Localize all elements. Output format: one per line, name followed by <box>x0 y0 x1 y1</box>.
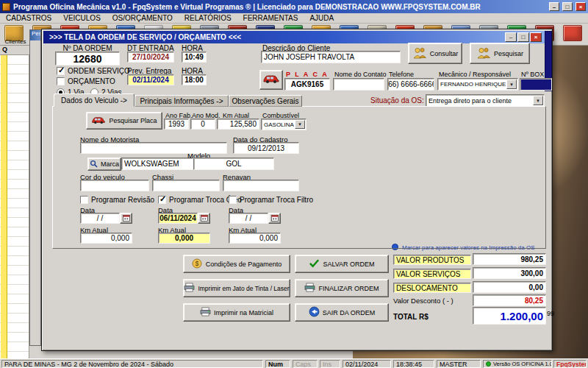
salvar-ordem-button[interactable]: SALVAR ORDEM <box>295 255 389 273</box>
km-atual-field[interactable]: 125,580 <box>217 118 259 130</box>
marca-button-label: Marca <box>101 160 119 168</box>
prog-revisao-checkbox-box[interactable] <box>80 196 88 204</box>
deslocamento-label: DESLOCAMENTO <box>393 283 471 293</box>
valor-servicos-label: VALOR SERVIÇOS <box>393 269 471 279</box>
desconto-label: Valor Desconto ( - ) <box>393 297 453 305</box>
prev-entrega-field[interactable]: 02/11/2024 <box>127 74 174 85</box>
marca-field[interactable]: WOLKSWAGEM <box>121 158 193 170</box>
close-button[interactable]: × <box>576 2 586 11</box>
imprimir-jato-label: Imprimir em Jato de Tinta / Laser <box>198 285 289 292</box>
checkbox-ordem-servico[interactable]: ORDEM SERVIÇO <box>57 67 130 75</box>
calendar-button-filtro[interactable] <box>268 213 281 224</box>
checkbox-orcamento[interactable]: ORÇAMENTO <box>57 77 115 85</box>
box-field[interactable] <box>520 78 552 91</box>
telefone-field[interactable]: (66) 6666-6666 <box>387 78 434 91</box>
menu-veiculos[interactable]: VEICULOS <box>57 14 107 22</box>
menu-ferramentas[interactable]: FERRAMENTAS <box>237 14 304 22</box>
situacao-label: Situação da OS: <box>370 96 424 105</box>
status-version: Versão OS OFICINA 1.0 <box>483 360 552 368</box>
pesquisar-placa-button[interactable]: Pesquisar Placa <box>86 112 162 130</box>
check-icon <box>309 258 320 269</box>
consultar-button[interactable]: Consultar <box>408 43 462 64</box>
statusbar: PARA DE MINAS - MG 2 de Novembro de 2024… <box>0 358 588 368</box>
car-button[interactable] <box>259 70 283 90</box>
telefone-label: Telefone <box>389 71 414 78</box>
imprimir-jato-button[interactable]: Imprimir em Jato de Tinta / Laser <box>183 279 290 297</box>
menu-ajuda[interactable]: AJUDA <box>304 14 340 22</box>
calendar-button-revisao[interactable] <box>120 213 132 224</box>
chevron-down-icon[interactable]: ▼ <box>506 79 517 89</box>
data-oleo-field[interactable]: 06/11/2024 <box>158 213 198 224</box>
dt-entrada-field[interactable]: 27/10/2024 <box>127 52 174 63</box>
finalizar-ordem-button[interactable]: FINALIZAR ORDEM <box>295 279 389 297</box>
menu-cadastros[interactable]: CADASTROS <box>0 14 57 22</box>
grid-header-cell: Q <box>0 46 29 55</box>
desconto-value[interactable]: 80,25 <box>473 294 546 306</box>
tab-principais-informacoes[interactable]: Principais Informações -> <box>135 95 229 107</box>
prog-filtro-checkbox-box[interactable] <box>229 196 237 204</box>
mecanico-dropdown[interactable]: FERNANDO HENRIQUE ▼ <box>437 78 518 91</box>
dialog-titlebar: >>> TELA DA ORDEM DE SERVIÇO / ORÇAMENTO… <box>43 31 551 43</box>
condicoes-pagamento-button[interactable]: $ Condições de Pagamento <box>183 255 290 273</box>
hora-entrega-field[interactable]: 18:00 <box>182 74 207 85</box>
status-ins: Ins <box>320 360 340 368</box>
ano-mod-field[interactable]: 0 <box>190 118 215 130</box>
status-user: MASTER <box>437 360 481 368</box>
modelo-field[interactable]: GOL <box>193 158 274 170</box>
sair-icon[interactable] <box>563 25 582 41</box>
prog-oleo-checkbox-box[interactable] <box>158 196 166 204</box>
money-icon: $ <box>192 258 203 270</box>
orcamento-checkbox-box[interactable] <box>57 77 65 85</box>
dialog-restore-button[interactable]: □ <box>517 32 529 42</box>
window-title: Programa Oficina Mecânica v1.0 - FpqSyst… <box>13 3 546 11</box>
menu-relatorios[interactable]: RELATÓRIOS <box>179 14 237 22</box>
dialog-minimize-button[interactable]: – <box>505 32 517 42</box>
calendar-icon <box>271 214 279 223</box>
ano-fab-field[interactable]: 1993 <box>164 118 189 130</box>
renavan-field[interactable] <box>223 180 299 191</box>
cor-field[interactable] <box>80 180 149 191</box>
tab-observacoes-gerais[interactable]: Observações Gerais <box>229 95 302 107</box>
combustivel-dropdown[interactable]: GASOLINA ▼ <box>261 118 306 130</box>
chevron-down-icon[interactable]: ▼ <box>295 120 305 129</box>
status-num: Num <box>265 360 290 368</box>
service-order-dialog: >>> TELA DA ORDEM DE SERVIÇO / ORÇAMENTO… <box>41 29 553 351</box>
printer-icon <box>304 283 315 294</box>
dialog-close-button[interactable]: × <box>530 32 542 42</box>
data-revisao-field[interactable]: / / <box>80 213 120 224</box>
contato-field[interactable] <box>333 78 384 91</box>
people-icon <box>412 47 427 60</box>
data-filtro-field[interactable]: / / <box>229 213 268 224</box>
orcamento-label: ORÇAMENTO <box>68 77 115 85</box>
prog-revisao-label: Programar Revisão <box>91 196 154 204</box>
imprimir-matricial-button[interactable]: Imprimir na Matricial <box>183 303 290 322</box>
background-window-fragment: Pesq <box>29 29 41 346</box>
ordem-servico-checkbox-box[interactable] <box>57 67 65 75</box>
checkbox-programar-revisao[interactable]: Programar Revisão <box>80 196 154 204</box>
km-oleo-field[interactable]: 0,000 <box>158 233 210 244</box>
tab-dados-veiculo[interactable]: Dados do Veiculo -> <box>54 93 135 107</box>
cliente-input[interactable]: JOHN JOSEPH TRAVOLTA <box>261 51 401 63</box>
sair-ordem-button[interactable]: SAIR DA ORDEM <box>295 303 389 322</box>
placa-field[interactable]: AGK9165 <box>284 78 330 91</box>
checkbox-programar-troca-filtro[interactable]: Programar Troca Filtro <box>229 196 313 204</box>
situacao-dropdown[interactable]: Entrega direto para o cliente ▼ <box>426 94 545 107</box>
consultar-label: Consultar <box>430 50 459 57</box>
menu-os-orcamento[interactable]: OS/ORÇAMENTO <box>107 14 179 22</box>
hora-entrada-field[interactable]: 10:49 <box>182 52 207 63</box>
app-window: Programa Oficina Mecânica v1.0 - FpqSyst… <box>0 0 588 368</box>
marca-button[interactable]: Marca <box>87 158 121 171</box>
km-revisao-field[interactable]: 0,000 <box>80 233 132 244</box>
calendar-button-oleo[interactable] <box>198 213 210 224</box>
cadastro-field: 09/12/2013 <box>233 142 299 154</box>
situacao-value: Entrega direto para o cliente <box>429 97 512 105</box>
chassi-field[interactable] <box>152 180 220 191</box>
maximize-button[interactable]: □ <box>562 2 573 11</box>
box-label: Nº BOX <box>521 71 544 78</box>
pesquisar-button[interactable]: Pesquisar <box>470 43 530 64</box>
status-location: PARA DE MINAS - MG 2 de Novembro de 2024… <box>1 360 263 368</box>
minimize-button[interactable]: – <box>549 2 559 11</box>
chevron-down-icon[interactable]: ▼ <box>533 96 543 105</box>
km-filtro-field[interactable]: 0,000 <box>229 233 281 244</box>
order-number-field[interactable]: 12680 <box>55 52 120 66</box>
